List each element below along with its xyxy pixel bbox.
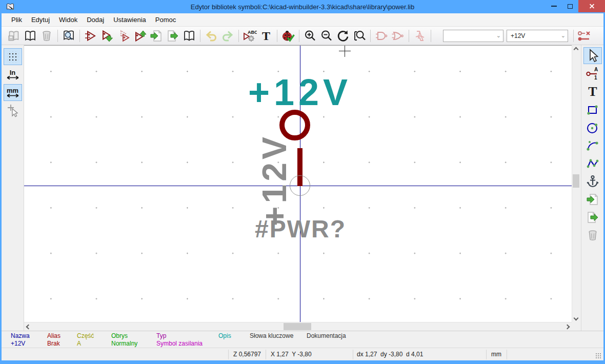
scroll-left-button[interactable] xyxy=(24,322,32,331)
erc-check-button[interactable] xyxy=(280,28,296,44)
circle-tool-icon xyxy=(586,120,600,135)
part-select-dropdown[interactable]: ⌄ xyxy=(443,30,503,42)
menu-bar: Plik Edytuj Widok Dodaj Ustawienia Pomoc xyxy=(2,13,603,27)
vertical-scrollbar[interactable] xyxy=(572,45,580,322)
add-circle-tool-button[interactable] xyxy=(583,119,602,136)
library-doc-button[interactable] xyxy=(181,28,197,44)
menu-widok[interactable]: Widok xyxy=(54,14,82,26)
field-part-value: A xyxy=(77,340,94,348)
trash-icon xyxy=(40,29,53,43)
demorgan-convert-button[interactable] xyxy=(390,28,406,44)
field-alias-value: Brak xyxy=(47,340,60,348)
status-units: mm xyxy=(491,351,501,358)
scroll-down-button[interactable] xyxy=(572,314,580,322)
toolbar-separator xyxy=(200,30,200,42)
window-border xyxy=(0,360,605,364)
vscroll-thumb[interactable] xyxy=(573,174,579,188)
copy-component-icon xyxy=(117,29,130,43)
gate-normal-icon xyxy=(375,29,388,43)
field-type-value: Symbol zasilania xyxy=(156,340,203,348)
symbol-reference-text[interactable]: #PWR? xyxy=(255,215,346,243)
import-symbol-button[interactable] xyxy=(583,191,602,208)
horizontal-scrollbar[interactable] xyxy=(24,322,572,331)
field-name-value: +12V xyxy=(11,340,30,348)
add-text-tool-button[interactable]: T xyxy=(583,83,602,100)
undo-icon xyxy=(205,29,218,43)
svg-text:ABC: ABC xyxy=(248,30,257,35)
zoom-out-button[interactable] xyxy=(318,28,335,44)
update-component-button[interactable] xyxy=(132,28,148,44)
pin-edit-mode-button[interactable] xyxy=(576,28,593,44)
svg-text:A: A xyxy=(594,67,598,72)
close-button[interactable] xyxy=(578,0,605,12)
new-component-button[interactable] xyxy=(83,28,99,44)
zoom-fit-button[interactable] xyxy=(351,28,368,44)
redo-button[interactable] xyxy=(219,28,236,44)
scroll-right-button[interactable] xyxy=(563,322,571,331)
pointer-tool-button[interactable] xyxy=(583,47,602,64)
pdf-icon xyxy=(413,29,427,43)
import-component-button[interactable] xyxy=(148,28,165,44)
redraw-button[interactable] xyxy=(335,28,351,44)
anchor-icon xyxy=(586,174,600,189)
units-inches-button[interactable]: In xyxy=(4,66,22,83)
menu-ustawienia[interactable]: Ustawienia xyxy=(109,14,151,26)
units-mm-button[interactable]: mm xyxy=(4,84,22,101)
grid-toggle-button[interactable] xyxy=(4,48,22,65)
editor-canvas[interactable]: +12V +12V #PWR? xyxy=(24,45,572,322)
tools-toolbar: A 1 T xyxy=(581,45,603,360)
delete-component-button[interactable] xyxy=(38,28,55,44)
menu-pomoc[interactable]: Pomoc xyxy=(151,14,180,26)
zoom-out-icon xyxy=(320,29,333,43)
status-delta: dx 1,27 dy -3,80 d 4,01 xyxy=(357,351,423,358)
status-position: X 1,27 Y -3,80 xyxy=(271,351,312,358)
add-text-button[interactable]: T xyxy=(258,28,274,44)
resize-grip[interactable] xyxy=(595,353,601,359)
cursor-shape-button[interactable] xyxy=(4,102,22,119)
toolbar-separator xyxy=(238,30,239,42)
cursor-shape-icon xyxy=(6,104,20,118)
title-bar: Edytor bibliotek symboli:C:\kicad-winbui… xyxy=(0,0,605,13)
redraw-icon xyxy=(336,29,350,43)
pin-edit-icon xyxy=(577,29,592,43)
library-browser-button[interactable] xyxy=(60,28,77,44)
export-symbol-button[interactable] xyxy=(583,209,602,226)
add-arc-tool-button[interactable] xyxy=(583,137,602,154)
scroll-up-button[interactable] xyxy=(572,45,580,53)
symbol-value-text[interactable]: +12V xyxy=(248,71,352,113)
zoom-in-button[interactable] xyxy=(302,28,318,44)
menu-dodaj[interactable]: Dodaj xyxy=(82,14,109,26)
datasheet-pdf-button[interactable] xyxy=(412,28,428,44)
svg-text:1: 1 xyxy=(594,75,597,80)
alias-select-dropdown[interactable]: +12V ⌄ xyxy=(507,30,568,42)
field-body-label: Obrys xyxy=(111,332,137,340)
field-name-label: Nazwa xyxy=(11,332,30,340)
minimize-button[interactable] xyxy=(546,0,562,12)
component-info-bar: Nazwa +12V Alias Brak Część A Obrys Norm… xyxy=(2,331,603,348)
add-polyline-tool-button[interactable] xyxy=(583,155,602,172)
copy-component-button[interactable] xyxy=(115,28,132,44)
demorgan-normal-button[interactable] xyxy=(373,28,390,44)
window-title: Edytor bibliotek symboli:C:\kicad-winbui… xyxy=(0,3,605,11)
add-pin-tool-button[interactable]: A 1 xyxy=(583,65,602,82)
hscroll-thumb[interactable] xyxy=(284,323,311,330)
menu-plik[interactable]: Plik xyxy=(7,14,27,26)
zoom-in-icon xyxy=(304,29,317,43)
undo-button[interactable] xyxy=(203,28,219,44)
delete-tool-button[interactable] xyxy=(583,227,602,244)
menu-edytuj[interactable]: Edytuj xyxy=(27,14,54,26)
add-rectangle-tool-button[interactable] xyxy=(583,101,602,118)
maximize-button[interactable] xyxy=(562,0,578,12)
pin-name-text[interactable]: +12V xyxy=(255,134,294,226)
component-properties-button[interactable]: ABC xyxy=(241,28,258,44)
export-component-button[interactable] xyxy=(165,28,181,44)
set-anchor-tool-button[interactable] xyxy=(583,173,602,190)
save-library-icon xyxy=(7,29,21,43)
save-library-button[interactable] xyxy=(6,28,22,44)
toolbar-separator xyxy=(370,30,371,42)
select-library-button[interactable] xyxy=(22,28,38,44)
chevron-down-icon: ⌄ xyxy=(561,32,566,39)
mouse-crosshair xyxy=(345,45,345,57)
toolbar-separator xyxy=(299,30,299,42)
save-component-button[interactable] xyxy=(99,28,115,44)
